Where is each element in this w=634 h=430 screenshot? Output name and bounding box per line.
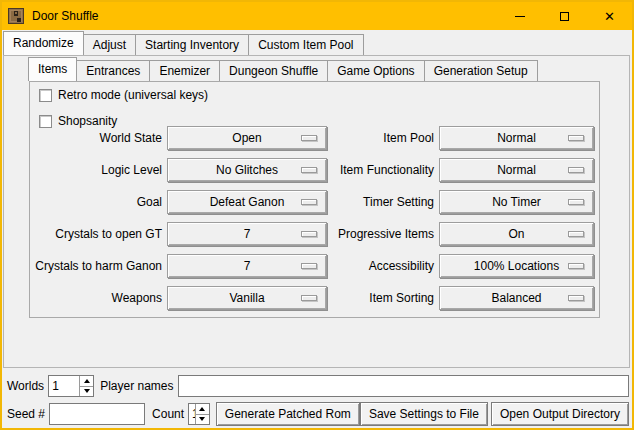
close-icon: ✕ — [604, 10, 615, 23]
spinner-down-icon[interactable] — [196, 415, 209, 425]
worlds-label: Worlds — [7, 379, 44, 393]
tab-custom-item-pool[interactable]: Custom Item Pool — [248, 34, 363, 55]
option-row: Logic Level No Glitches Item Functionali… — [30, 158, 599, 190]
accessibility-value: 100% Locations — [474, 255, 559, 277]
tab-dungeon-shuffle[interactable]: Dungeon Shuffle — [219, 60, 328, 81]
count-spinner-arrows — [195, 404, 209, 424]
seed-row: Seed # Count Generate Patched Rom Save S… — [7, 402, 629, 426]
dropdown-indicator-icon — [568, 167, 584, 173]
minimize-icon — [515, 16, 525, 17]
inner-tab-bar: Items Entrances Enemizer Dungeon Shuffle… — [28, 58, 538, 81]
crystals-gt-label: Crystals to open GT — [30, 222, 167, 246]
tab-starting-inventory[interactable]: Starting Inventory — [135, 34, 249, 55]
crystals-ganon-label: Crystals to harm Ganon — [30, 254, 167, 278]
spinner-up-icon[interactable] — [80, 376, 93, 387]
option-row: Crystals to open GT 7 Progressive Items … — [30, 222, 599, 254]
item-functionality-label: Item Functionality — [327, 158, 439, 182]
timer-setting-label: Timer Setting — [327, 190, 439, 214]
minimize-button[interactable] — [497, 2, 542, 30]
tab-generation-setup[interactable]: Generation Setup — [424, 60, 538, 81]
option-row: Weapons Vanilla Item Sorting Balanced — [30, 286, 599, 318]
player-names-input[interactable] — [178, 375, 630, 397]
timer-setting-value: No Timer — [492, 191, 541, 213]
randomize-pane: Items Entrances Enemizer Dungeon Shuffle… — [3, 55, 630, 368]
logic-level-label: Logic Level — [30, 158, 167, 182]
app-icon — [8, 8, 24, 24]
progressive-items-dropdown[interactable]: On — [439, 222, 594, 246]
goal-dropdown[interactable]: Defeat Ganon — [167, 190, 327, 214]
count-spinner — [188, 403, 210, 425]
dropdown-indicator-icon — [301, 199, 317, 205]
world-state-label: World State — [30, 126, 167, 150]
worlds-row: Worlds Player names — [7, 375, 629, 397]
title-bar: Door Shuffle ✕ — [2, 2, 632, 30]
item-sorting-dropdown[interactable]: Balanced — [439, 286, 594, 310]
spinner-down-icon[interactable] — [80, 387, 93, 397]
item-sorting-value: Balanced — [491, 287, 541, 309]
item-pool-label: Item Pool — [327, 126, 439, 150]
options-grid: World State Open Item Pool Normal Logic … — [30, 126, 599, 318]
progressive-items-value: On — [508, 223, 524, 245]
timer-setting-dropdown[interactable]: No Timer — [439, 190, 594, 214]
item-pool-value: Normal — [497, 127, 536, 149]
weapons-label: Weapons — [30, 286, 167, 310]
option-row: World State Open Item Pool Normal — [30, 126, 599, 158]
retro-mode-checkbox[interactable] — [39, 89, 52, 102]
logic-level-dropdown[interactable]: No Glitches — [167, 158, 327, 182]
dropdown-indicator-icon — [568, 231, 584, 237]
worlds-spinner-arrows — [79, 376, 93, 396]
door-shuffle-window: Door Shuffle ✕ Randomize Adjust Starting… — [0, 0, 634, 430]
tab-adjust[interactable]: Adjust — [83, 34, 136, 55]
close-button[interactable]: ✕ — [587, 2, 632, 30]
dropdown-indicator-icon — [301, 135, 317, 141]
crystals-ganon-value: 7 — [244, 255, 251, 277]
world-state-value: Open — [232, 127, 261, 149]
item-functionality-dropdown[interactable]: Normal — [439, 158, 594, 182]
crystals-gt-value: 7 — [244, 223, 251, 245]
tab-enemizer[interactable]: Enemizer — [149, 60, 220, 81]
generate-patched-rom-button[interactable]: Generate Patched Rom — [216, 402, 360, 426]
worlds-spinner — [48, 375, 94, 397]
item-pool-dropdown[interactable]: Normal — [439, 126, 594, 150]
maximize-button[interactable] — [542, 2, 587, 30]
weapons-value: Vanilla — [229, 287, 264, 309]
tab-items[interactable]: Items — [28, 57, 77, 81]
weapons-dropdown[interactable]: Vanilla — [167, 286, 327, 310]
world-state-dropdown[interactable]: Open — [167, 126, 327, 150]
tab-randomize[interactable]: Randomize — [3, 31, 84, 55]
item-functionality-value: Normal — [497, 159, 536, 181]
seed-label: Seed # — [7, 407, 45, 421]
seed-input[interactable] — [49, 403, 145, 425]
logic-level-value: No Glitches — [216, 159, 278, 181]
accessibility-dropdown[interactable]: 100% Locations — [439, 254, 594, 278]
window-title: Door Shuffle — [32, 9, 99, 23]
player-names-label: Player names — [100, 379, 173, 393]
outer-tab-bar: Randomize Adjust Starting Inventory Cust… — [3, 32, 364, 55]
dropdown-indicator-icon — [301, 167, 317, 173]
accessibility-label: Accessibility — [327, 254, 439, 278]
item-sorting-label: Item Sorting — [327, 286, 439, 310]
retro-mode-label: Retro mode (universal keys) — [58, 88, 208, 102]
items-pane: Retro mode (universal keys) Shopsanity W… — [29, 81, 600, 318]
dropdown-indicator-icon — [301, 263, 317, 269]
dropdown-indicator-icon — [301, 231, 317, 237]
goal-label: Goal — [30, 190, 167, 214]
open-output-directory-button[interactable]: Open Output Directory — [491, 402, 629, 426]
spinner-up-icon[interactable] — [196, 404, 209, 415]
dropdown-indicator-icon — [568, 295, 584, 301]
dropdown-indicator-icon — [568, 263, 584, 269]
goal-value: Defeat Ganon — [210, 191, 285, 213]
option-row: Goal Defeat Ganon Timer Setting No Timer — [30, 190, 599, 222]
dropdown-indicator-icon — [568, 199, 584, 205]
crystals-ganon-dropdown[interactable]: 7 — [167, 254, 327, 278]
dropdown-indicator-icon — [568, 135, 584, 141]
retro-mode-checkbox-row[interactable]: Retro mode (universal keys) — [39, 88, 208, 102]
bottom-panel: Worlds Player names Seed # Count — [2, 368, 632, 428]
progressive-items-label: Progressive Items — [327, 222, 439, 246]
option-row: Crystals to harm Ganon 7 Accessibility 1… — [30, 254, 599, 286]
save-settings-button[interactable]: Save Settings to File — [360, 402, 488, 426]
tab-game-options[interactable]: Game Options — [327, 60, 424, 81]
crystals-gt-dropdown[interactable]: 7 — [167, 222, 327, 246]
tab-entrances[interactable]: Entrances — [76, 60, 150, 81]
dropdown-indicator-icon — [301, 295, 317, 301]
